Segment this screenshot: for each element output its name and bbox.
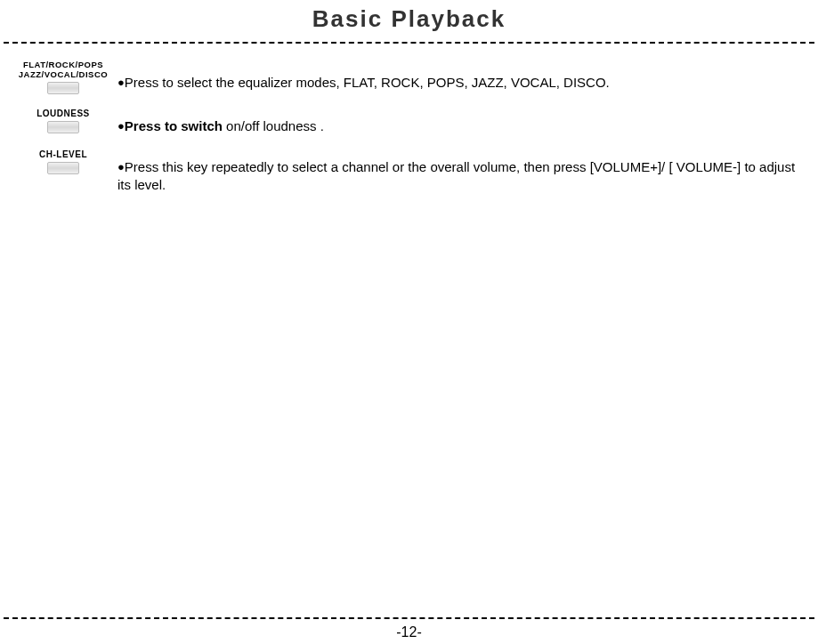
desc-eq-text: Press to select the equalizer modes, FLA… bbox=[125, 75, 610, 90]
label-col-chlevel: CH-LEVEL bbox=[11, 149, 116, 174]
bullet-icon: ● bbox=[117, 119, 125, 133]
label-eq-line1: FLAT/ROCK/POPS bbox=[23, 60, 103, 69]
row-loudness: LOUDNESS ●Press to switch on/off loudnes… bbox=[11, 109, 807, 135]
label-col-loudness: LOUDNESS bbox=[11, 109, 116, 133]
label-loudness: LOUDNESS bbox=[36, 109, 90, 119]
page-title: Basic Playback bbox=[0, 0, 818, 42]
button-icon-eq bbox=[47, 82, 79, 94]
bullet-icon: ● bbox=[117, 160, 125, 173]
desc-chlevel-text: Press this key repeatedly to select a ch… bbox=[117, 159, 795, 192]
button-icon-chlevel bbox=[47, 162, 79, 174]
content-area: FLAT/ROCK/POPS JAZZ/VOCAL/DISCO ●Press t… bbox=[0, 44, 818, 193]
label-col-eq: FLAT/ROCK/POPS JAZZ/VOCAL/DISCO bbox=[11, 60, 116, 94]
desc-loudness: ●Press to switch on/off loudness . bbox=[116, 109, 807, 135]
bullet-icon: ● bbox=[117, 76, 125, 89]
desc-eq: ●Press to select the equalizer modes, FL… bbox=[116, 61, 807, 92]
row-chlevel: CH-LEVEL ●Press this key repeatedly to s… bbox=[11, 149, 807, 193]
button-icon-loudness bbox=[47, 121, 79, 133]
page-number: -12- bbox=[0, 624, 818, 640]
desc-loudness-bold: Press to switch bbox=[125, 118, 223, 133]
desc-chlevel: ●Press this key repeatedly to select a c… bbox=[116, 149, 807, 193]
label-eq-line2: JAZZ/VOCAL/DISCO bbox=[19, 69, 108, 79]
desc-loudness-rest: on/off loudness . bbox=[223, 118, 324, 133]
bottom-divider bbox=[4, 617, 814, 619]
row-eq: FLAT/ROCK/POPS JAZZ/VOCAL/DISCO ●Press t… bbox=[11, 61, 807, 94]
label-chlevel: CH-LEVEL bbox=[39, 149, 87, 160]
